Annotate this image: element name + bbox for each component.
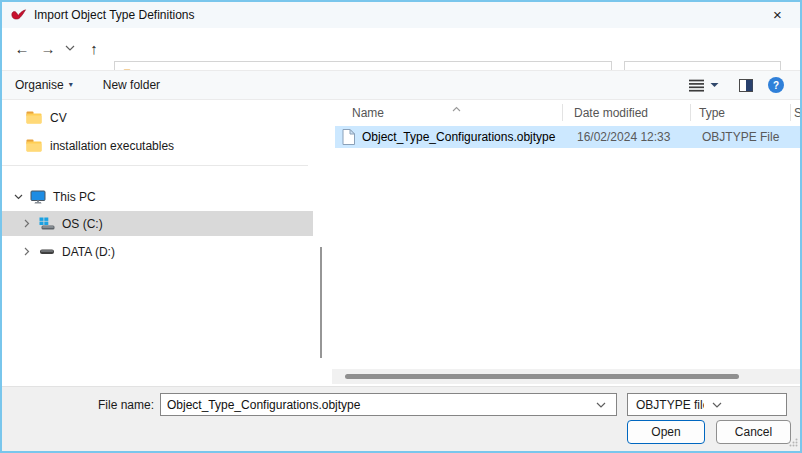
file-type: OBJTYPE File xyxy=(702,130,779,144)
chevron-down-icon xyxy=(596,402,606,408)
help-button[interactable]: ? xyxy=(768,77,784,93)
up-button[interactable]: ↑ xyxy=(82,36,106,60)
close-button[interactable]: × xyxy=(755,2,800,27)
chevron-down-icon xyxy=(65,45,75,51)
dialog-footer: File name: OBJTYPE file (*.objtype) Open… xyxy=(2,386,800,451)
cancel-button[interactable]: Cancel xyxy=(716,420,791,444)
view-mode-button[interactable] xyxy=(689,79,719,92)
tree-item-this-pc[interactable]: This PC xyxy=(2,184,313,209)
sidebar-separator xyxy=(2,165,308,166)
sidebar-scrollbar[interactable] xyxy=(320,247,322,358)
tree-item-os-c[interactable]: OS (C:) xyxy=(2,211,313,236)
up-icon: ↑ xyxy=(90,40,98,57)
column-header-date-modified[interactable]: Date modified xyxy=(574,106,648,120)
sidebar-item-label: CV xyxy=(50,111,67,125)
drive-icon xyxy=(39,245,55,258)
scrollbar-thumb[interactable] xyxy=(345,374,739,379)
navigation-bar: ← → ↑ › This PC › OS (C:) › ProgramData … xyxy=(2,28,800,70)
sidebar-item-label: installation executables xyxy=(50,139,174,153)
back-button[interactable]: ← xyxy=(10,36,34,60)
file-icon xyxy=(342,129,355,145)
details-view-icon xyxy=(689,79,704,92)
horizontal-scrollbar[interactable] xyxy=(332,369,800,384)
column-header-type[interactable]: Type xyxy=(699,106,725,120)
recent-locations-button[interactable] xyxy=(62,36,78,60)
tree-item-data-d[interactable]: DATA (D:) xyxy=(2,239,313,264)
file-name-input[interactable] xyxy=(161,398,596,412)
help-icon: ? xyxy=(773,80,779,91)
chevron-down-icon xyxy=(704,402,780,408)
resize-grip[interactable] xyxy=(789,436,798,450)
back-icon: ← xyxy=(15,40,30,57)
file-name-combo xyxy=(160,393,617,416)
sidebar-item-installation-executables[interactable]: installation executables xyxy=(2,133,313,158)
open-button[interactable]: Open xyxy=(627,420,705,444)
folder-icon xyxy=(26,139,42,152)
file-name: Object_Type_Configurations.objtype xyxy=(362,130,555,144)
forward-button[interactable]: → xyxy=(36,36,60,60)
chevron-down-icon xyxy=(710,82,719,88)
file-type-select[interactable]: OBJTYPE file (*.objtype) xyxy=(627,393,787,416)
computer-icon xyxy=(30,190,46,204)
toolbar-right-group: ? xyxy=(689,71,784,99)
file-row-selected[interactable]: Object_Type_Configurations.objtype 16/02… xyxy=(335,126,800,148)
title-bar: Import Object Type Definitions × xyxy=(2,2,800,28)
tree-item-label: OS (C:) xyxy=(62,217,103,231)
dialog-title: Import Object Type Definitions xyxy=(34,8,195,22)
import-dialog-window: Import Object Type Definitions × ← → ↑ ›… xyxy=(0,0,802,453)
preview-pane-button[interactable] xyxy=(739,79,753,92)
chevron-down-icon[interactable] xyxy=(10,194,26,200)
column-divider xyxy=(690,104,691,121)
folder-icon xyxy=(26,111,42,124)
close-icon: × xyxy=(773,6,782,23)
file-list: Name Date modified Type Size Object_Type… xyxy=(332,100,800,386)
column-divider xyxy=(562,104,563,121)
chevron-down-icon: ▾ xyxy=(69,81,73,89)
command-toolbar: Organise ▾ New folder xyxy=(2,70,800,100)
wherescape-logo-icon xyxy=(10,7,27,23)
organise-label: Organise xyxy=(15,78,64,92)
new-folder-label: New folder xyxy=(103,78,160,92)
file-name-label: File name: xyxy=(2,398,154,412)
file-list-header: Name Date modified Type Size xyxy=(332,100,800,124)
organise-button[interactable]: Organise ▾ xyxy=(15,78,73,92)
resize-grip-icon xyxy=(789,438,798,447)
column-header-name[interactable]: Name xyxy=(352,106,384,120)
file-date-modified: 16/02/2024 12:33 xyxy=(577,130,670,144)
sort-ascending-icon xyxy=(452,101,461,115)
column-header-size[interactable]: Size xyxy=(794,106,800,120)
chevron-right-icon[interactable] xyxy=(19,219,35,228)
file-type-value: OBJTYPE file (*.objtype) xyxy=(628,398,704,412)
preview-pane-icon xyxy=(739,79,753,92)
windows-drive-icon xyxy=(39,217,55,230)
chevron-right-icon[interactable] xyxy=(19,247,35,256)
open-button-label: Open xyxy=(651,425,680,439)
sidebar-item-cv[interactable]: CV xyxy=(2,105,313,130)
tree-item-label: This PC xyxy=(53,190,96,204)
file-name-dropdown-button[interactable] xyxy=(596,402,606,408)
dialog-body: CV installation executables xyxy=(2,100,800,386)
column-divider xyxy=(790,104,791,121)
tree-item-label: DATA (D:) xyxy=(62,245,115,259)
navigation-pane: CV installation executables xyxy=(2,100,332,386)
new-folder-button[interactable]: New folder xyxy=(103,78,160,92)
forward-icon: → xyxy=(41,40,56,57)
cancel-button-label: Cancel xyxy=(735,425,772,439)
